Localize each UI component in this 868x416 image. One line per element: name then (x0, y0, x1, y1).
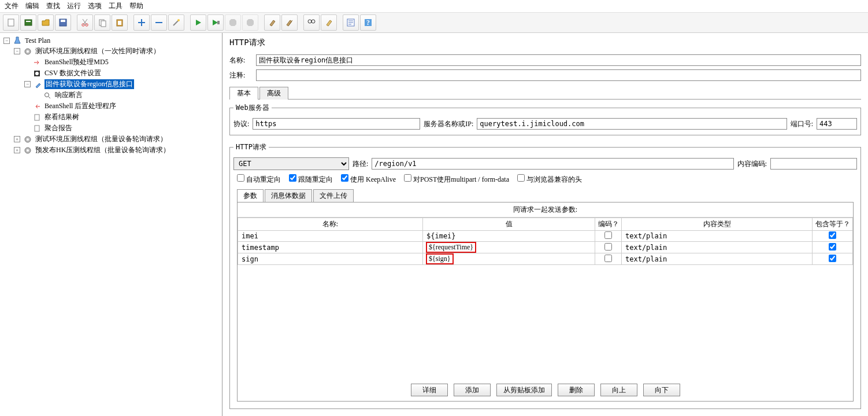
params-table[interactable]: 名称: 值 编码？ 内容类型 包含等于？ imei${imei}text/pla… (238, 218, 853, 265)
new-icon[interactable] (3, 14, 19, 31)
tree-csv[interactable]: CSV 数据文件设置 (24, 68, 220, 79)
expand-icon[interactable]: + (14, 147, 20, 153)
clear-icon[interactable] (264, 14, 280, 31)
cell-include[interactable] (813, 231, 853, 242)
method-select[interactable]: GET (233, 157, 349, 170)
chk-multipart[interactable]: 对POST使用multipart / form-data (404, 174, 509, 185)
collapse-icon[interactable]: − (14, 48, 20, 54)
table-row[interactable]: imei${imei}text/plain (238, 231, 853, 242)
cell-value[interactable]: ${requestTime} (423, 242, 595, 253)
cell-include[interactable] (813, 253, 853, 265)
protocol-label: 协议: (233, 119, 249, 129)
table-row[interactable]: sign${sign}text/plain (238, 253, 853, 265)
name-input[interactable] (256, 54, 861, 66)
tab-basic[interactable]: 基本 (229, 87, 258, 100)
collapse-icon[interactable]: − (3, 38, 10, 44)
templates-icon[interactable] (20, 14, 36, 31)
tree-aggregate[interactable]: 聚合报告 (24, 123, 220, 134)
protocol-input[interactable] (253, 118, 420, 130)
minus-icon[interactable] (151, 14, 167, 31)
port-input[interactable] (817, 118, 857, 130)
subtab-params[interactable]: 参数 (237, 189, 264, 202)
tree-threadgroup-3[interactable]: +预发布HK压测线程组（批量设备轮询请求） (14, 145, 220, 156)
col-encode[interactable]: 编码？ (595, 218, 622, 231)
gear-icon (23, 146, 32, 155)
cut-icon[interactable] (77, 14, 93, 31)
cell-encode[interactable] (595, 253, 622, 265)
path-input[interactable] (372, 158, 733, 170)
subtab-files[interactable]: 文件上传 (313, 189, 354, 202)
tab-advanced[interactable]: 高级 (259, 87, 288, 100)
tree-root[interactable]: − Test Plan (3, 35, 220, 46)
menu-options[interactable]: 选项 (88, 1, 102, 11)
detail-button[interactable]: 详细 (411, 384, 448, 396)
cell-ctype[interactable]: text/plain (622, 253, 813, 265)
chk-auto-redirect[interactable]: 自动重定向 (237, 174, 281, 185)
cell-name[interactable]: imei (238, 231, 423, 242)
chk-follow-redirect[interactable]: 跟随重定向 (289, 174, 333, 185)
cell-ctype[interactable]: text/plain (622, 231, 813, 242)
reset-search-icon[interactable] (321, 14, 337, 31)
tree-pane[interactable]: − Test Plan − 测试环境压测线程组（一次性同时请求） BeanShe… (0, 33, 222, 416)
down-button[interactable]: 向下 (643, 384, 680, 396)
params-title: 同请求一起发送参数: (238, 203, 853, 218)
host-input[interactable] (477, 118, 787, 130)
help-icon[interactable]: ? (360, 14, 376, 31)
paste-icon[interactable] (112, 14, 128, 31)
svg-point-26 (27, 138, 29, 141)
csv-icon (32, 69, 42, 78)
cell-encode[interactable] (595, 242, 622, 253)
cell-value[interactable]: ${imei} (423, 231, 595, 242)
collapse-icon[interactable]: − (24, 81, 31, 87)
menu-tools[interactable]: 工具 (109, 1, 123, 11)
tree-beanshell-pre[interactable]: BeanShell预处理MD5 (24, 57, 220, 68)
menu-search[interactable]: 查找 (46, 1, 60, 11)
run-icon[interactable] (190, 14, 206, 31)
encoding-input[interactable] (770, 158, 857, 170)
save-icon[interactable] (55, 14, 71, 31)
comment-input[interactable] (256, 69, 861, 81)
col-name[interactable]: 名称: (238, 218, 423, 231)
tree-beanshell-post[interactable]: BeanShell 后置处理程序 (24, 101, 220, 112)
run-noto-icon[interactable] (207, 14, 224, 31)
toolbar: ? (0, 12, 868, 33)
tree-threadgroup-2[interactable]: +测试环境压测线程组（批量设备轮询请求） (14, 134, 220, 145)
menu-edit[interactable]: 编辑 (25, 1, 39, 11)
cell-name[interactable]: timestamp (238, 242, 423, 253)
stop-icon[interactable] (225, 14, 241, 31)
tree-results-tree[interactable]: 察看结果树 (24, 112, 220, 123)
up-button[interactable]: 向上 (600, 384, 637, 396)
table-row[interactable]: timestamp${requestTime}text/plain (238, 242, 853, 253)
cell-include[interactable] (813, 242, 853, 253)
col-ctype[interactable]: 内容类型 (622, 218, 813, 231)
menu-run[interactable]: 运行 (67, 1, 81, 11)
tree-assertion[interactable]: 响应断言 (35, 90, 220, 101)
plus-icon[interactable] (133, 14, 150, 31)
expand-icon[interactable]: + (14, 136, 20, 142)
col-include[interactable]: 包含等于？ (813, 218, 853, 231)
copy-icon[interactable] (94, 14, 110, 31)
add-button[interactable]: 添加 (454, 384, 491, 396)
col-value[interactable]: 值 (423, 218, 595, 231)
search-tb-icon[interactable] (303, 14, 320, 31)
clear-all-icon[interactable] (281, 14, 298, 31)
menu-file[interactable]: 文件 (5, 1, 18, 11)
open-icon[interactable] (38, 14, 54, 31)
menu-help[interactable]: 帮助 (129, 1, 143, 11)
cell-value[interactable]: ${sign} (423, 253, 595, 265)
add-from-clipboard-button[interactable]: 从剪贴板添加 (496, 384, 552, 396)
tree-http-request[interactable]: − 固件获取设备region信息接口 (24, 79, 220, 90)
http-request-group: HTTP请求 GET 路径: 内容编码: 自动重定向 跟随重定向 使用 Keep… (229, 142, 861, 409)
subtab-body[interactable]: 消息体数据 (265, 189, 312, 202)
chk-keepalive[interactable]: 使用 KeepAlive (341, 174, 396, 185)
cell-ctype[interactable]: text/plain (622, 242, 813, 253)
cell-name[interactable]: sign (238, 253, 423, 265)
encoding-label: 内容编码: (737, 159, 767, 169)
wand-icon[interactable] (168, 14, 184, 31)
delete-button[interactable]: 删除 (558, 384, 595, 396)
function-icon[interactable] (343, 14, 359, 31)
cell-encode[interactable] (595, 231, 622, 242)
tree-threadgroup-1[interactable]: − 测试环境压测线程组（一次性同时请求） (14, 46, 220, 57)
shutdown-icon[interactable] (242, 14, 258, 31)
chk-browser-headers[interactable]: 与浏览器兼容的头 (517, 174, 582, 185)
